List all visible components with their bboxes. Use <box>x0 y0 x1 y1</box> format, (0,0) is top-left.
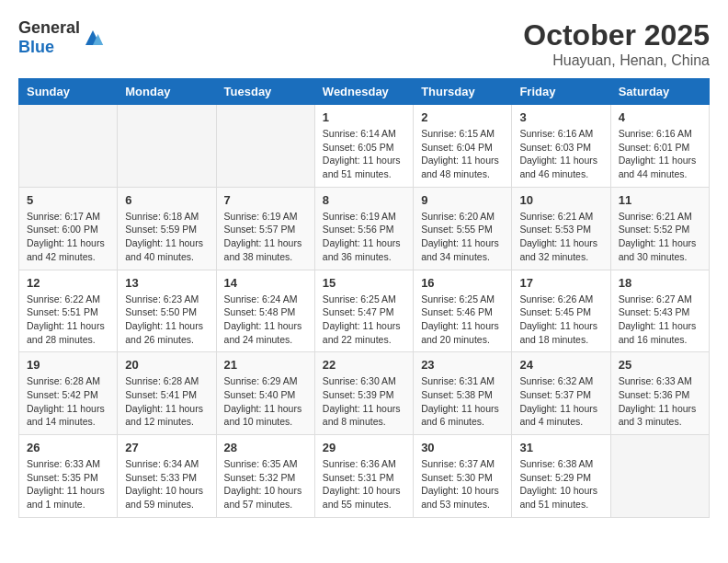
day-info: Sunrise: 6:34 AMSunset: 5:33 PMDaylight:… <box>125 457 208 511</box>
day-number: 23 <box>421 358 504 372</box>
calendar-cell: 28Sunrise: 6:35 AMSunset: 5:32 PMDayligh… <box>216 435 314 518</box>
logo-icon <box>82 27 104 49</box>
calendar-cell: 18Sunrise: 6:27 AMSunset: 5:43 PMDayligh… <box>610 270 709 352</box>
month-title: October 2025 <box>523 18 710 52</box>
calendar-cell: 26Sunrise: 6:33 AMSunset: 5:35 PMDayligh… <box>19 435 118 518</box>
day-info: Sunrise: 6:36 AMSunset: 5:31 PMDaylight:… <box>323 457 405 511</box>
calendar-cell: 23Sunrise: 6:31 AMSunset: 5:38 PMDayligh… <box>414 352 512 435</box>
day-number: 6 <box>125 193 208 207</box>
day-info: Sunrise: 6:31 AMSunset: 5:38 PMDaylight:… <box>421 374 504 429</box>
day-info: Sunrise: 6:25 AMSunset: 5:46 PMDaylight:… <box>421 293 504 347</box>
weekday-header-row: SundayMondayTuesdayWednesdayThursdayFrid… <box>19 79 710 105</box>
calendar-cell: 14Sunrise: 6:24 AMSunset: 5:48 PMDayligh… <box>216 270 314 352</box>
calendar-cell: 10Sunrise: 6:21 AMSunset: 5:53 PMDayligh… <box>512 187 610 270</box>
day-info: Sunrise: 6:18 AMSunset: 5:59 PMDaylight:… <box>125 210 208 264</box>
day-number: 4 <box>619 110 701 124</box>
day-number: 21 <box>224 358 307 372</box>
week-row-1: 1Sunrise: 6:14 AMSunset: 6:05 PMDaylight… <box>19 105 710 188</box>
day-number: 7 <box>224 193 307 207</box>
weekday-header-saturday: Saturday <box>610 79 709 105</box>
day-info: Sunrise: 6:37 AMSunset: 5:30 PMDaylight:… <box>421 457 504 511</box>
day-info: Sunrise: 6:21 AMSunset: 5:52 PMDaylight:… <box>619 210 701 264</box>
day-number: 12 <box>27 276 109 290</box>
day-info: Sunrise: 6:29 AMSunset: 5:40 PMDaylight:… <box>224 374 307 429</box>
weekday-header-tuesday: Tuesday <box>216 79 314 105</box>
day-number: 22 <box>323 358 405 372</box>
day-number: 10 <box>519 193 602 207</box>
calendar-cell <box>118 105 216 188</box>
calendar-cell: 19Sunrise: 6:28 AMSunset: 5:42 PMDayligh… <box>19 352 118 435</box>
day-info: Sunrise: 6:28 AMSunset: 5:42 PMDaylight:… <box>27 374 109 429</box>
day-info: Sunrise: 6:21 AMSunset: 5:53 PMDaylight:… <box>519 210 602 264</box>
day-number: 15 <box>323 276 405 290</box>
day-number: 30 <box>421 441 504 454</box>
calendar-cell: 16Sunrise: 6:25 AMSunset: 5:46 PMDayligh… <box>414 270 512 352</box>
day-number: 25 <box>619 358 701 372</box>
day-number: 19 <box>27 358 109 372</box>
calendar-cell: 22Sunrise: 6:30 AMSunset: 5:39 PMDayligh… <box>314 352 413 435</box>
calendar-cell: 11Sunrise: 6:21 AMSunset: 5:52 PMDayligh… <box>610 187 709 270</box>
day-number: 5 <box>27 193 109 207</box>
weekday-header-thursday: Thursday <box>414 79 512 105</box>
calendar-cell: 31Sunrise: 6:38 AMSunset: 5:29 PMDayligh… <box>512 435 610 518</box>
calendar-cell: 2Sunrise: 6:15 AMSunset: 6:04 PMDaylight… <box>414 105 512 188</box>
calendar-cell: 9Sunrise: 6:20 AMSunset: 5:55 PMDaylight… <box>414 187 512 270</box>
day-number: 9 <box>421 193 504 207</box>
calendar-cell: 4Sunrise: 6:16 AMSunset: 6:01 PMDaylight… <box>610 105 709 188</box>
day-number: 24 <box>519 358 602 372</box>
calendar-cell: 12Sunrise: 6:22 AMSunset: 5:51 PMDayligh… <box>19 270 118 352</box>
calendar-cell: 30Sunrise: 6:37 AMSunset: 5:30 PMDayligh… <box>414 435 512 518</box>
day-info: Sunrise: 6:14 AMSunset: 6:05 PMDaylight:… <box>323 127 405 181</box>
calendar-cell: 29Sunrise: 6:36 AMSunset: 5:31 PMDayligh… <box>314 435 413 518</box>
day-number: 29 <box>323 441 405 454</box>
day-number: 16 <box>421 276 504 290</box>
location-title: Huayuan, Henan, China <box>523 52 710 69</box>
day-info: Sunrise: 6:25 AMSunset: 5:47 PMDaylight:… <box>323 293 405 347</box>
day-info: Sunrise: 6:20 AMSunset: 5:55 PMDaylight:… <box>421 210 504 264</box>
calendar-cell: 17Sunrise: 6:26 AMSunset: 5:45 PMDayligh… <box>512 270 610 352</box>
day-info: Sunrise: 6:15 AMSunset: 6:04 PMDaylight:… <box>421 127 504 181</box>
day-info: Sunrise: 6:23 AMSunset: 5:50 PMDaylight:… <box>125 293 208 347</box>
day-info: Sunrise: 6:22 AMSunset: 5:51 PMDaylight:… <box>27 293 109 347</box>
calendar-cell: 7Sunrise: 6:19 AMSunset: 5:57 PMDaylight… <box>216 187 314 270</box>
day-info: Sunrise: 6:19 AMSunset: 5:56 PMDaylight:… <box>323 210 405 264</box>
weekday-header-friday: Friday <box>512 79 610 105</box>
day-number: 26 <box>27 441 109 454</box>
day-info: Sunrise: 6:16 AMSunset: 6:01 PMDaylight:… <box>619 127 701 181</box>
weekday-header-wednesday: Wednesday <box>314 79 413 105</box>
day-info: Sunrise: 6:35 AMSunset: 5:32 PMDaylight:… <box>224 457 307 511</box>
title-area: October 2025 Huayuan, Henan, China <box>523 18 710 69</box>
calendar-cell <box>216 105 314 188</box>
calendar: SundayMondayTuesdayWednesdayThursdayFrid… <box>18 78 710 518</box>
day-number: 2 <box>421 110 504 124</box>
day-info: Sunrise: 6:26 AMSunset: 5:45 PMDaylight:… <box>519 293 602 347</box>
calendar-cell: 13Sunrise: 6:23 AMSunset: 5:50 PMDayligh… <box>118 270 216 352</box>
day-info: Sunrise: 6:30 AMSunset: 5:39 PMDaylight:… <box>323 374 405 429</box>
day-info: Sunrise: 6:19 AMSunset: 5:57 PMDaylight:… <box>224 210 307 264</box>
weekday-header-monday: Monday <box>118 79 216 105</box>
week-row-3: 12Sunrise: 6:22 AMSunset: 5:51 PMDayligh… <box>19 270 710 352</box>
calendar-cell: 15Sunrise: 6:25 AMSunset: 5:47 PMDayligh… <box>314 270 413 352</box>
calendar-cell: 21Sunrise: 6:29 AMSunset: 5:40 PMDayligh… <box>216 352 314 435</box>
day-number: 14 <box>224 276 307 290</box>
calendar-cell: 8Sunrise: 6:19 AMSunset: 5:56 PMDaylight… <box>314 187 413 270</box>
day-number: 20 <box>125 358 208 372</box>
day-number: 8 <box>323 193 405 207</box>
day-info: Sunrise: 6:38 AMSunset: 5:29 PMDaylight:… <box>519 457 602 511</box>
week-row-5: 26Sunrise: 6:33 AMSunset: 5:35 PMDayligh… <box>19 435 710 518</box>
week-row-4: 19Sunrise: 6:28 AMSunset: 5:42 PMDayligh… <box>19 352 710 435</box>
day-number: 28 <box>224 441 307 454</box>
calendar-cell: 24Sunrise: 6:32 AMSunset: 5:37 PMDayligh… <box>512 352 610 435</box>
calendar-cell <box>19 105 118 188</box>
logo-text: General Blue <box>18 18 80 57</box>
day-number: 13 <box>125 276 208 290</box>
day-info: Sunrise: 6:17 AMSunset: 6:00 PMDaylight:… <box>27 210 109 264</box>
calendar-cell: 5Sunrise: 6:17 AMSunset: 6:00 PMDaylight… <box>19 187 118 270</box>
calendar-cell: 6Sunrise: 6:18 AMSunset: 5:59 PMDaylight… <box>118 187 216 270</box>
calendar-cell: 3Sunrise: 6:16 AMSunset: 6:03 PMDaylight… <box>512 105 610 188</box>
logo: General Blue <box>18 18 104 57</box>
week-row-2: 5Sunrise: 6:17 AMSunset: 6:00 PMDaylight… <box>19 187 710 270</box>
logo-blue: Blue <box>18 38 54 56</box>
calendar-cell: 27Sunrise: 6:34 AMSunset: 5:33 PMDayligh… <box>118 435 216 518</box>
day-number: 11 <box>619 193 701 207</box>
